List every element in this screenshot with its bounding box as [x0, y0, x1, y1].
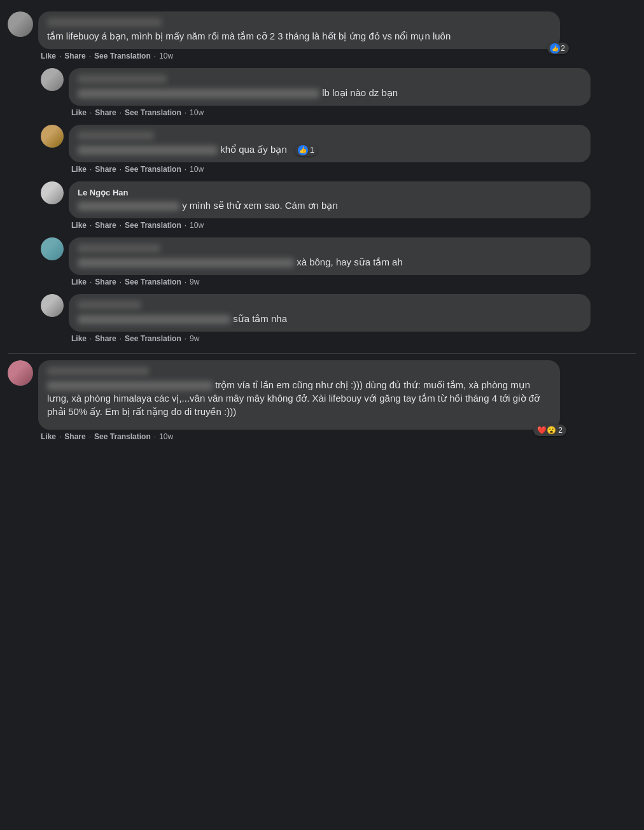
comment-text: sữa tắm nha	[78, 312, 582, 325]
comment-wrapper: khổ qua ấy bạn 👍 1 Like · Share · See Tr…	[69, 125, 636, 174]
comment-actions: Like · Share · See Translation · 10w	[71, 108, 636, 117]
comment-wrapper: xà bông, hay sữa tắm ah Like · Share · S…	[69, 237, 636, 286]
see-translation-button[interactable]: See Translation	[125, 334, 181, 343]
comment-bubble: Le Ngọc Han y mình sẽ thử xem sao. Cám ơ…	[69, 181, 591, 218]
see-translation-button[interactable]: See Translation	[125, 165, 181, 174]
blurred-content	[78, 146, 218, 155]
username: Le Ngọc Han	[78, 188, 582, 197]
like-button[interactable]: Like	[71, 165, 87, 174]
comment-text: xà bông, hay sữa tắm ah	[78, 255, 582, 269]
comment-item: tắm lifebuoy á bạn, mình bị mấy năm rồi …	[8, 11, 636, 60]
username-blurred	[78, 244, 160, 253]
username-blurred	[78, 300, 141, 309]
comment-bubble: sữa tắm nha	[69, 294, 591, 332]
like-button[interactable]: Like	[41, 432, 56, 441]
avatar	[8, 360, 33, 386]
reaction-badge: ❤️ 😮 2	[533, 424, 566, 436]
comment-bubble: xà bông, hay sữa tắm ah	[69, 237, 591, 275]
like-button[interactable]: Like	[71, 221, 87, 230]
see-translation-button[interactable]: See Translation	[94, 52, 151, 60]
comment-item: khổ qua ấy bạn 👍 1 Like · Share · See Tr…	[41, 125, 636, 174]
reaction-count: 1	[310, 145, 314, 156]
blurred-content	[78, 315, 230, 324]
comment-wrapper: lb loại nào dz bạn Like · Share · See Tr…	[69, 68, 636, 117]
share-button[interactable]: Share	[95, 278, 116, 286]
comment-item: trộm vía tỉ lần em cũng như chị :))) dùn…	[8, 360, 636, 441]
time-stamp: 9w	[190, 278, 199, 286]
reaction-badge: 👍 2	[547, 43, 569, 54]
share-button[interactable]: Share	[64, 432, 85, 441]
like-button[interactable]: Like	[41, 52, 56, 60]
comment-item: lb loại nào dz bạn Like · Share · See Tr…	[41, 68, 636, 117]
time-stamp: 10w	[190, 108, 204, 117]
comment-bubble: khổ qua ấy bạn 👍 1	[69, 125, 591, 162]
comment-thread: tắm lifebuoy á bạn, mình bị mấy năm rồi …	[0, 6, 644, 454]
see-translation-button[interactable]: See Translation	[125, 278, 181, 286]
like-button[interactable]: Like	[71, 334, 87, 343]
share-button[interactable]: Share	[95, 108, 116, 117]
time-stamp: 10w	[190, 221, 204, 230]
comment-actions: Like · Share · See Translation · 10w	[71, 165, 636, 174]
wow-icon: 😮	[547, 426, 556, 435]
avatar	[41, 237, 64, 260]
comment-actions: Like · Share · See Translation · 9w	[71, 334, 636, 343]
avatar	[8, 11, 33, 37]
reaction-pill: ❤️ 😮 2	[533, 425, 566, 436]
comment-item: sữa tắm nha Like · Share · See Translati…	[41, 294, 636, 343]
section-divider	[8, 353, 636, 354]
username-blurred	[78, 131, 154, 140]
see-translation-button[interactable]: See Translation	[94, 432, 151, 441]
share-button[interactable]: Share	[95, 165, 116, 174]
comment-actions: Like · Share · See Translation · 10w	[41, 52, 636, 60]
comment-text: khổ qua ấy bạn 👍 1	[78, 143, 582, 156]
reaction-count: 2	[561, 44, 565, 53]
comment-text: tắm lifebuoy á bạn, mình bị mấy năm rồi …	[47, 29, 551, 43]
heart-icon: ❤️	[537, 426, 547, 435]
time-stamp: 9w	[190, 334, 199, 343]
like-button[interactable]: Like	[71, 108, 87, 117]
comment-wrapper: tắm lifebuoy á bạn, mình bị mấy năm rồi …	[38, 11, 636, 60]
username-blurred	[78, 74, 167, 83]
comment-wrapper: sữa tắm nha Like · Share · See Translati…	[69, 294, 636, 343]
blurred-content	[78, 202, 179, 211]
like-button[interactable]: Like	[71, 278, 87, 286]
share-button[interactable]: Share	[64, 52, 85, 60]
comment-text: y mình sẽ thử xem sao. Cám ơn bạn	[78, 199, 582, 212]
avatar	[41, 125, 64, 148]
blurred-content	[78, 258, 294, 267]
time-stamp: 10w	[190, 165, 204, 174]
inline-reaction: 👍 1	[295, 144, 318, 157]
time-stamp: 10w	[159, 432, 173, 441]
share-button[interactable]: Share	[95, 221, 116, 230]
comment-text: lb loại nào dz bạn	[78, 86, 582, 99]
time-stamp: 10w	[159, 52, 173, 60]
avatar	[41, 68, 64, 91]
comment-bubble: tắm lifebuoy á bạn, mình bị mấy năm rồi …	[38, 11, 560, 49]
share-button[interactable]: Share	[95, 334, 116, 343]
see-translation-button[interactable]: See Translation	[125, 221, 181, 230]
like-icon: 👍	[298, 145, 308, 155]
comment-actions: Like · Share · See Translation · 10w	[71, 221, 636, 230]
reaction-count: 2	[558, 426, 563, 435]
comment-item: Le Ngọc Han y mình sẽ thử xem sao. Cám ơ…	[41, 181, 636, 230]
comment-item: xà bông, hay sữa tắm ah Like · Share · S…	[41, 237, 636, 286]
username-blurred	[47, 18, 162, 27]
comment-text: trộm vía tỉ lần em cũng như chị :))) dùn…	[47, 378, 551, 418]
comment-bubble: trộm vía tỉ lần em cũng như chị :))) dùn…	[38, 360, 560, 430]
avatar	[41, 294, 64, 317]
see-translation-button[interactable]: See Translation	[125, 108, 181, 117]
comment-actions: Like · Share · See Translation · 9w	[71, 278, 636, 286]
like-icon: 👍	[550, 43, 560, 53]
comment-wrapper: trộm vía tỉ lần em cũng như chị :))) dùn…	[38, 360, 636, 441]
comment-wrapper: Le Ngọc Han y mình sẽ thử xem sao. Cám ơ…	[69, 181, 636, 230]
avatar	[41, 181, 64, 204]
comment-bubble: lb loại nào dz bạn	[69, 68, 591, 106]
username-blurred	[47, 367, 149, 376]
blurred-content	[78, 89, 319, 98]
blurred-content	[47, 381, 213, 390]
